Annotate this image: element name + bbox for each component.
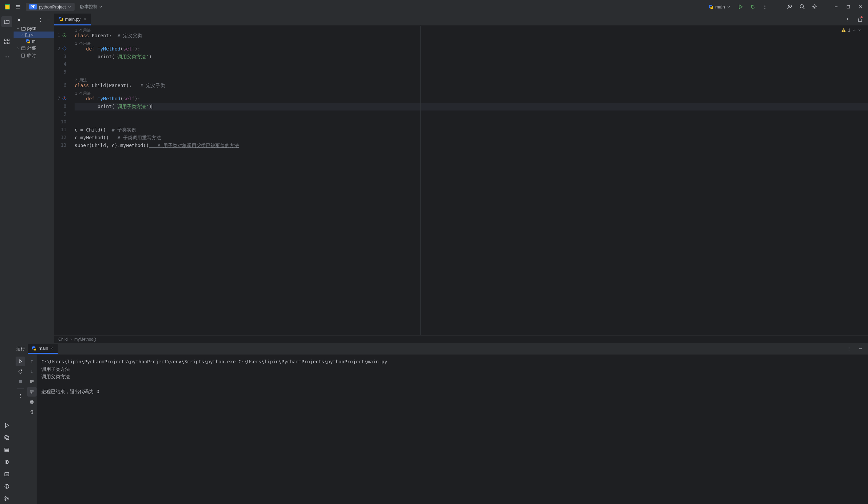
more-run-actions[interactable]: [16, 391, 25, 401]
hide-panel-button[interactable]: [16, 17, 22, 23]
console-line: C:\Users\lipin\PycharmProjects\pythonPro…: [41, 358, 863, 365]
python-icon: [26, 39, 31, 44]
override-icon[interactable]: [62, 46, 66, 51]
svg-point-35: [7, 487, 7, 487]
svg-point-50: [847, 18, 848, 18]
breadcrumb-class[interactable]: Child: [58, 337, 68, 342]
more-actions-button[interactable]: [760, 2, 770, 11]
svg-point-25: [5, 56, 6, 57]
more-tool-button[interactable]: [1, 52, 12, 62]
override-marker-icon[interactable]: [62, 96, 66, 100]
right-margin-ruler: [421, 26, 421, 335]
settings-button[interactable]: [810, 2, 819, 11]
tree-root[interactable]: pyth: [13, 25, 54, 32]
services-button[interactable]: [1, 456, 12, 468]
svg-point-26: [7, 56, 8, 57]
scroll-down-button[interactable]: [27, 367, 37, 376]
svg-rect-18: [847, 6, 850, 8]
svg-point-11: [765, 7, 766, 8]
close-icon[interactable]: [50, 347, 54, 350]
svg-line-8: [751, 6, 752, 6]
project-badge: PP: [29, 4, 37, 10]
run-gutter-icon[interactable]: [62, 33, 66, 37]
tree-scratch[interactable]: 临时: [13, 52, 54, 59]
run-button[interactable]: [736, 2, 745, 11]
svg-point-16: [814, 6, 815, 8]
chevron-right-icon: [16, 46, 20, 50]
minimize-button[interactable]: [831, 2, 841, 11]
tree-venv[interactable]: v: [13, 32, 54, 38]
svg-line-15: [803, 8, 805, 9]
structure-tool-button[interactable]: [1, 36, 12, 47]
svg-rect-30: [6, 450, 8, 450]
maximize-button[interactable]: [844, 2, 853, 11]
svg-point-41: [40, 18, 41, 19]
debug-button[interactable]: [748, 2, 757, 11]
tab-main[interactable]: main.py: [54, 13, 91, 25]
project-name: pythonProject: [39, 4, 66, 10]
code-with-me-button[interactable]: [785, 2, 795, 11]
search-everywhere-button[interactable]: [797, 2, 807, 11]
code-content[interactable]: 1 个用法 class Parent: # 定义父类 1 个用法 def myM…: [75, 26, 868, 335]
svg-point-42: [40, 20, 41, 20]
chevron-down-icon: [99, 5, 102, 9]
svg-point-12: [765, 8, 766, 9]
scroll-up-button[interactable]: [27, 357, 37, 366]
softwrap-button[interactable]: [27, 377, 37, 386]
stop-button[interactable]: [16, 377, 25, 386]
console-output[interactable]: C:\Users\lipin\PycharmProjects\pythonPro…: [37, 355, 868, 504]
python-console-button[interactable]: [1, 444, 12, 455]
hide-run-panel[interactable]: [856, 344, 865, 354]
scroll-to-end-button[interactable]: [27, 387, 37, 397]
chevron-down-icon: [68, 5, 71, 9]
scratch-icon: [21, 53, 26, 58]
run-panel-menu[interactable]: [844, 344, 854, 354]
editor-body[interactable]: 1 2 3 4 5 6 7 8 9 10 11 12: [54, 26, 868, 335]
tree-main-file[interactable]: m: [13, 38, 54, 44]
run-configuration[interactable]: main: [706, 3, 733, 11]
svg-rect-21: [4, 39, 6, 41]
notifications-button[interactable]: [855, 15, 865, 24]
svg-point-67: [20, 397, 21, 398]
project-panel-header: [13, 15, 54, 25]
print-button[interactable]: [27, 397, 37, 407]
chevron-right-icon: [20, 33, 24, 36]
python-packages-button[interactable]: [1, 432, 12, 443]
clear-button[interactable]: [27, 407, 37, 417]
svg-rect-57: [844, 31, 844, 32]
close-button[interactable]: [856, 2, 865, 11]
vcs-button[interactable]: [1, 493, 12, 504]
run-tab-main[interactable]: main: [28, 344, 58, 354]
svg-point-54: [63, 47, 66, 50]
svg-rect-45: [22, 47, 25, 50]
project-tool-button[interactable]: [1, 16, 12, 27]
panel-collapse-button[interactable]: [45, 17, 52, 23]
main-menu-button[interactable]: [13, 2, 23, 11]
problems-button[interactable]: [1, 481, 12, 492]
svg-rect-28: [5, 448, 9, 450]
close-icon[interactable]: [83, 17, 87, 21]
tree-external[interactable]: 外部: [13, 44, 54, 52]
chevron-down-icon: [727, 5, 730, 9]
gutter: 1 2 3 4 5 6 7 8 9 10 11 12: [54, 26, 75, 335]
app-icon[interactable]: [3, 2, 12, 11]
rerun-button[interactable]: [16, 357, 25, 366]
svg-point-61: [849, 348, 849, 349]
console-line: 调用子类方法: [41, 365, 863, 373]
panel-menu-button[interactable]: [37, 17, 44, 23]
chevron-up-icon[interactable]: [852, 29, 856, 32]
breadcrumb-method[interactable]: myMethod(): [74, 337, 96, 342]
terminal-button[interactable]: [1, 469, 12, 480]
chevron-down-icon[interactable]: [858, 29, 861, 32]
editor-menu-button[interactable]: [843, 15, 852, 24]
left-tool-rail: [0, 13, 13, 504]
project-selector[interactable]: PP pythonProject: [26, 3, 75, 11]
inspection-widget[interactable]: 1: [841, 28, 861, 33]
svg-point-37: [5, 499, 6, 501]
svg-rect-23: [4, 42, 6, 44]
python-icon: [709, 4, 713, 9]
run-tool-button[interactable]: [1, 420, 12, 431]
vcs-menu[interactable]: 版本控制: [80, 4, 102, 10]
svg-point-51: [847, 19, 848, 20]
rerun-last-button[interactable]: [16, 367, 25, 376]
